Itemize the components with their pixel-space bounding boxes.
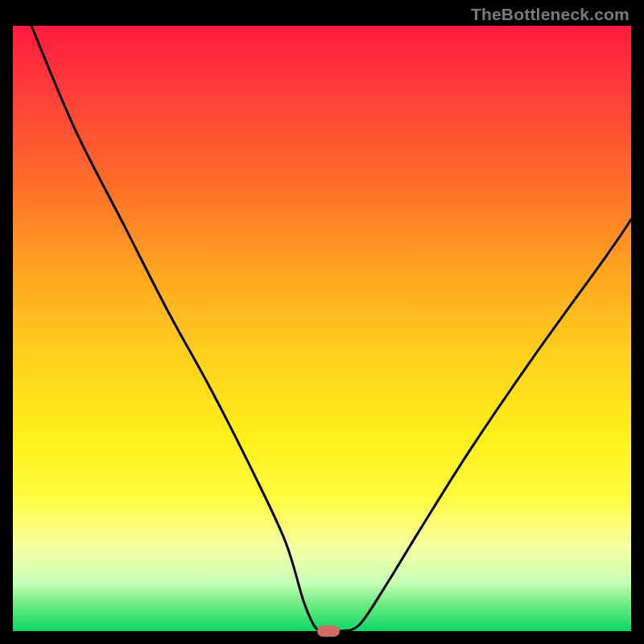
attribution-text: TheBottleneck.com [471,5,630,24]
bottleneck-curve [13,26,631,631]
optimal-marker [317,625,340,637]
plot-area [13,26,631,631]
chart-frame: TheBottleneck.com [0,0,644,644]
